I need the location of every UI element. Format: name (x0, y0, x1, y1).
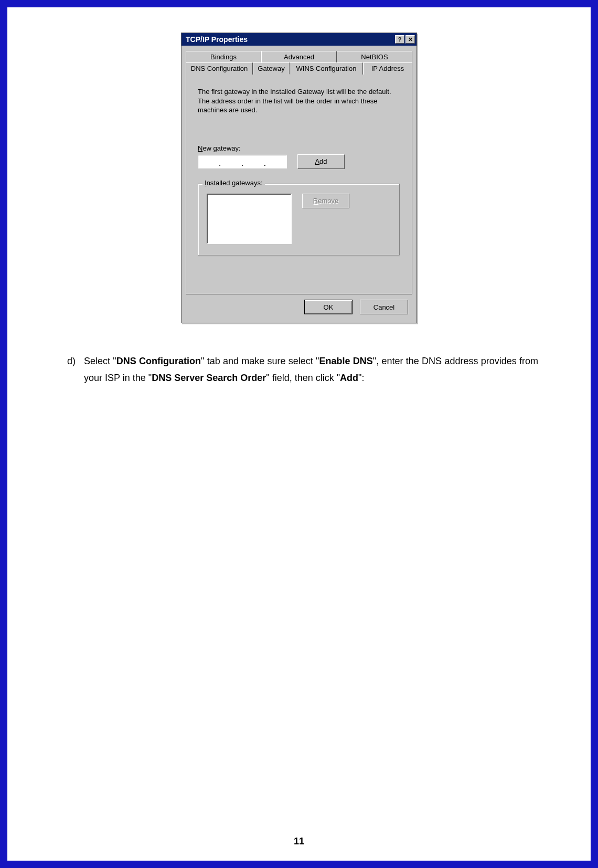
help-icon[interactable]: ? (395, 35, 404, 44)
ip-dot-icon: . (219, 161, 220, 167)
tab-netbios[interactable]: NetBIOS (337, 51, 412, 62)
cancel-button[interactable]: Cancel (360, 300, 408, 314)
ip-dot-icon: . (241, 161, 243, 167)
step-text: Select "DNS Configuration" tab and make … (84, 353, 538, 387)
tab-gateway[interactable]: Gateway (253, 62, 290, 75)
tab-advanced[interactable]: Advanced (261, 51, 337, 62)
tab-dns-configuration[interactable]: DNS Configuration (186, 62, 253, 75)
ok-button[interactable]: OK (304, 300, 353, 314)
new-gateway-label: New gateway: (198, 144, 400, 152)
add-button[interactable]: Add (297, 154, 345, 169)
tab-ip-address[interactable]: IP Address (363, 62, 412, 75)
instruction-step-d: d) Select "DNS Configuration" tab and ma… (60, 353, 538, 387)
dialog-title: TCP/IP Properties (186, 35, 394, 44)
close-icon[interactable]: ✕ (405, 35, 415, 44)
new-gateway-input[interactable]: . . . (198, 155, 287, 168)
gateway-description: The first gateway in the Installed Gatew… (198, 87, 400, 115)
remove-button: Remove (302, 194, 349, 208)
tab-panel-gateway: The first gateway in the Installed Gatew… (186, 74, 412, 294)
installed-gateways-group: Installed gateways: Remove (198, 184, 400, 256)
ip-dot-icon: . (264, 161, 265, 167)
installed-gateways-label: Installed gateways: (202, 179, 265, 187)
step-marker: d) (60, 353, 84, 387)
tcpip-properties-dialog: TCP/IP Properties ? ✕ Bindings Advanced … (181, 33, 417, 323)
installed-gateways-listbox[interactable] (207, 194, 292, 244)
page-number: 11 (7, 836, 591, 847)
dialog-titlebar: TCP/IP Properties ? ✕ (181, 33, 417, 46)
tab-wins-configuration[interactable]: WINS Configuration (290, 62, 363, 75)
tab-bindings[interactable]: Bindings (186, 51, 261, 62)
